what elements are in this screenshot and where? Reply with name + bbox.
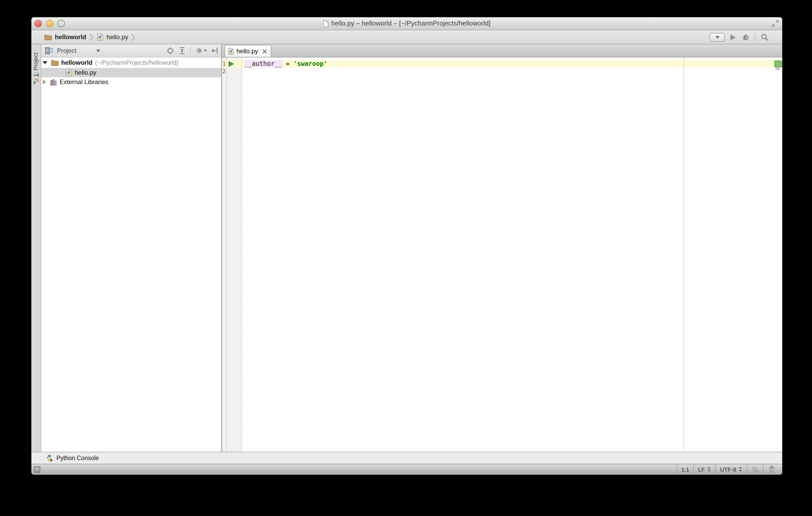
code-editor[interactable]: 1 __author__ = 'swaroop' 2	[222, 57, 782, 452]
collapse-all-icon[interactable]	[179, 47, 185, 54]
tree-node-label: hello.py	[75, 69, 96, 76]
zoom-window-button[interactable]	[57, 20, 65, 27]
up-down-arrows-icon	[738, 467, 743, 473]
line-ending-selector[interactable]: LF	[693, 464, 715, 475]
pycharm-window: hello.py – helloworld – [~/PycharmProjec…	[31, 17, 782, 475]
line-number: 1	[222, 60, 226, 67]
locate-target-icon[interactable]	[167, 47, 174, 54]
tree-node-path: (~/PycharmProjects/helloworld)	[95, 60, 178, 66]
right-margin-guide	[684, 57, 684, 452]
tree-row-external-libraries[interactable]: External Libraries	[41, 77, 221, 87]
libraries-icon	[50, 79, 57, 86]
gutter-separator	[226, 57, 227, 452]
project-tree: helloworld (~/PycharmProjects/helloworld…	[41, 57, 221, 452]
traffic-lights	[34, 17, 65, 30]
breadcrumb-item-file[interactable]: hello.py	[107, 33, 128, 41]
inspector-profile-icon	[767, 465, 776, 474]
up-down-arrows-icon	[707, 467, 711, 473]
settings-gear-button[interactable]	[196, 47, 207, 54]
error-stripe-mark[interactable]	[776, 68, 780, 70]
project-panel-header: Project	[41, 44, 221, 57]
fullscreen-icon[interactable]	[772, 20, 779, 27]
breadcrumb-item-folder[interactable]: helloworld	[55, 33, 86, 41]
tree-row-hello-py[interactable]: hello.py	[41, 68, 221, 77]
tree-row-project-root[interactable]: helloworld (~/PycharmProjects/helloworld…	[41, 58, 221, 68]
title-bar[interactable]: hello.py – helloworld – [~/PycharmProjec…	[31, 17, 782, 30]
readonly-lock-widget[interactable]	[747, 464, 763, 475]
project-panel-title[interactable]: Project	[57, 47, 77, 54]
unlock-icon	[751, 466, 759, 473]
project-panel: Project	[41, 44, 222, 452]
line-number: 2	[222, 67, 226, 75]
editor-gutter	[222, 57, 241, 452]
hide-panel-icon[interactable]	[212, 47, 218, 54]
python-console-icon	[46, 454, 53, 462]
toolbar-separator	[755, 33, 756, 41]
run-button[interactable]	[730, 34, 736, 40]
bottom-tool-window-bar: Python Console	[31, 452, 782, 463]
gutter-separator	[241, 57, 242, 452]
status-bar: 1:1 LF UTF-8	[31, 463, 782, 475]
tool-window-stripe: 1: Project	[31, 44, 41, 452]
tree-node-label: External Libraries	[60, 79, 109, 86]
tree-node-label: helloworld	[61, 59, 92, 67]
project-view-icon	[45, 47, 53, 54]
python-console-button[interactable]: Python Console	[46, 454, 99, 462]
folder-icon	[51, 60, 59, 66]
hector-inspector-widget[interactable]	[763, 464, 782, 475]
chevron-right-icon	[89, 33, 93, 41]
python-file-icon	[65, 69, 72, 76]
token-operator: =	[282, 60, 293, 67]
python-file-icon	[97, 33, 104, 41]
tab-label: hello.py	[236, 48, 258, 55]
chevron-down-icon[interactable]	[96, 49, 100, 52]
toolwindow-toggle-icon[interactable]	[33, 466, 41, 473]
token-string: 'swaroop'	[293, 60, 327, 67]
chevron-right-icon	[132, 33, 136, 41]
code-line-1: 1 __author__ = 'swaroop'	[222, 60, 782, 67]
close-window-button[interactable]	[34, 20, 42, 27]
code-line-2: 2	[222, 67, 782, 75]
search-icon[interactable]	[761, 33, 768, 41]
toolbar-separator	[190, 47, 191, 54]
editor-tab-bar: hello.py	[222, 44, 782, 57]
run-line-marker-icon[interactable]	[228, 61, 234, 67]
encoding-selector[interactable]: UTF-8	[715, 464, 747, 475]
python-console-label: Python Console	[56, 455, 99, 461]
expanded-arrow-icon[interactable]	[42, 61, 48, 64]
close-tab-icon[interactable]	[262, 49, 267, 54]
debug-bug-button[interactable]	[742, 33, 750, 41]
editor-area: hello.py 1	[222, 44, 782, 452]
tool-window-button-project[interactable]: 1: Project	[32, 53, 39, 77]
caret-position-widget[interactable]: 1:1	[676, 464, 693, 475]
pycharm-logo-icon	[32, 78, 40, 86]
chevron-down-icon	[204, 50, 207, 52]
inspection-status-indicator[interactable]	[774, 60, 782, 67]
run-configuration-dropdown[interactable]	[709, 33, 725, 41]
code-text: __author__ = 'swaroop'	[244, 60, 327, 67]
folder-icon	[45, 34, 52, 40]
navigation-bar: helloworld hello.py	[31, 30, 782, 44]
breadcrumb: helloworld hello.py	[45, 33, 136, 41]
chevron-down-icon	[715, 36, 719, 38]
tab-hello-py[interactable]: hello.py	[225, 45, 271, 57]
token-variable: __author__	[244, 60, 282, 67]
collapsed-arrow-icon[interactable]	[43, 80, 46, 85]
window-title: hello.py – helloworld – [~/PycharmProjec…	[331, 20, 490, 27]
python-file-icon	[228, 48, 234, 55]
document-icon	[323, 20, 329, 27]
minimize-window-button[interactable]	[46, 20, 53, 27]
